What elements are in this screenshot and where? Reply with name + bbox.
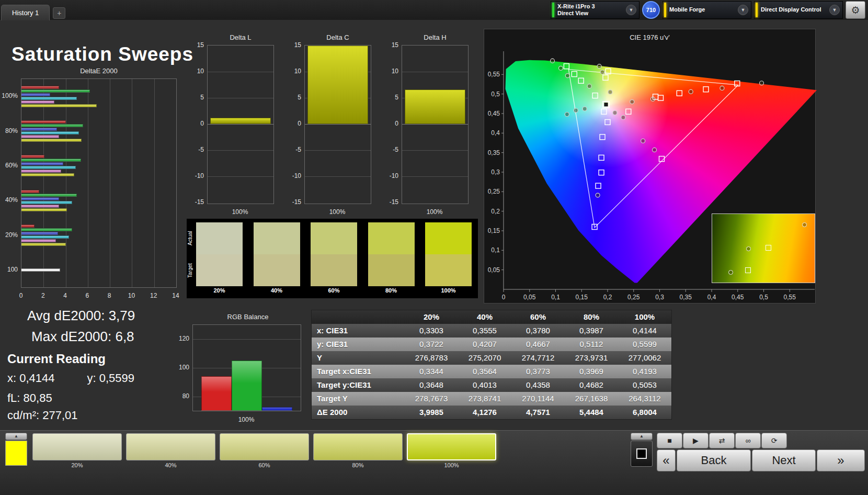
next-button[interactable]: Next	[752, 449, 816, 471]
table-cell: 0,4358	[511, 378, 565, 392]
table-cell: 0,5112	[565, 338, 618, 351]
rgb-x-label: 100%	[192, 416, 300, 423]
deltae-bar	[21, 120, 66, 123]
stop-icon: ■	[667, 436, 671, 445]
patch-swatch-button[interactable]: 20%	[32, 433, 122, 468]
history-tab[interactable]: History 1	[1, 5, 50, 20]
back-button[interactable]: Back	[677, 449, 751, 471]
patch-swatch-face	[220, 433, 309, 460]
table-cell: 278,7673	[405, 392, 458, 406]
table-row-label: Target x:CIE31	[312, 365, 405, 378]
target-swatch	[425, 254, 472, 286]
meter-name: X-Rite i1Pro 3	[557, 3, 595, 10]
deltae-bar	[21, 124, 83, 127]
group-label: 40%	[5, 196, 18, 204]
deltae-bar	[21, 104, 97, 107]
target-point	[564, 64, 569, 69]
gridline	[88, 79, 88, 287]
table-row-label: y: CIE31	[312, 338, 405, 351]
table-cell: 0,5053	[618, 378, 671, 392]
group-label: 60%	[5, 162, 18, 169]
measured-point	[574, 108, 578, 113]
chevron-down-icon[interactable]: ▼	[626, 5, 636, 15]
gridline	[110, 79, 110, 287]
meter-mode: Direct View	[557, 10, 595, 17]
target-point	[703, 87, 709, 92]
chevron-down-icon[interactable]: ▼	[738, 5, 748, 15]
table-cell: 0,3344	[405, 365, 458, 378]
refresh-button[interactable]: ⟳	[761, 433, 787, 448]
x-tick-label: 2	[41, 292, 45, 299]
display-control-selector[interactable]: Direct Display Control ▼	[754, 1, 843, 19]
measured-point	[630, 100, 634, 104]
measured-point	[689, 89, 693, 94]
y-tick-label: 15	[197, 41, 204, 49]
patch-swatch-face	[32, 433, 122, 460]
y-tick-label: 80	[182, 392, 189, 400]
table-cell: 0,4193	[618, 365, 671, 378]
measured-point	[596, 193, 600, 197]
x-tick-label: 8	[108, 292, 111, 299]
expand-left-panel-button[interactable]: ▲	[5, 433, 27, 440]
y-tick-label: -15	[292, 198, 301, 206]
meter-selector[interactable]: X-Rite i1Pro 3 Direct View ▼	[551, 1, 639, 19]
y-tick-label: -15	[195, 198, 204, 206]
add-tab-button[interactable]: +	[53, 7, 65, 19]
patch-swatch-face	[407, 433, 496, 460]
table-row: y: CIE310,37220,42070,46670,51120,5599	[312, 338, 671, 351]
settings-button[interactable]: ⚙	[846, 1, 865, 19]
patch-swatch-button[interactable]: 60%	[220, 433, 309, 468]
patch-count-badge[interactable]: 710	[642, 1, 660, 19]
deltae-bar	[21, 205, 59, 208]
table-cell: 0,5599	[618, 338, 671, 351]
patch-swatch-label: 100%	[407, 462, 496, 468]
deltae-bar	[21, 232, 58, 235]
play-button[interactable]: ▶	[683, 433, 709, 448]
deltae-bar	[21, 128, 57, 131]
meter-status-accent	[552, 3, 554, 17]
stop-button[interactable]: ■	[657, 433, 682, 448]
measure-series-button[interactable]: ⇄	[709, 433, 735, 448]
measured-point	[565, 74, 569, 78]
first-page-button[interactable]: «	[657, 449, 676, 471]
target-point	[600, 134, 605, 140]
patch-swatch-button[interactable]: 40%	[126, 433, 215, 468]
rgb-balance-title: RGB Balance	[192, 313, 303, 321]
deltae-bar	[21, 235, 69, 239]
delta-plot-area	[207, 45, 274, 204]
table-cell: 0,3564	[458, 365, 511, 378]
target-point	[677, 91, 682, 96]
delta-chart-title: Delta H	[402, 33, 469, 41]
chevron-down-icon[interactable]: ▼	[829, 5, 840, 15]
table-cell: 0,3773	[511, 365, 565, 378]
gridline	[208, 150, 273, 151]
x-tick-label: 0,1	[551, 294, 560, 301]
continuous-button[interactable]: ∞	[735, 433, 761, 448]
device-bar: X-Rite i1Pro 3 Direct View ▼ 710 Mobile …	[551, 1, 868, 19]
measured-point	[583, 107, 587, 111]
x-tick-label: 0,55	[784, 294, 796, 301]
deltae-bar	[21, 100, 54, 104]
y-tick-label: 0,15	[488, 227, 500, 234]
target-point	[596, 183, 601, 188]
measured-point	[558, 66, 563, 70]
avg-de2000-stat: Avg dE2000: 3,79	[27, 308, 135, 324]
table-cell: 0,3648	[405, 378, 458, 392]
expand-right-panel-button[interactable]: ▲	[631, 433, 653, 440]
patch-swatch-button[interactable]: 100%	[407, 433, 496, 468]
y-tick-label: -5	[198, 146, 204, 153]
patch-swatch-button[interactable]: 80%	[313, 433, 403, 468]
deltae2000-chart: DeltaE 2000 100%80%60%40%20%100 02468101…	[3, 67, 178, 300]
last-page-button[interactable]: »	[817, 449, 865, 471]
deltae-bar	[21, 194, 77, 197]
gridline	[402, 150, 468, 151]
source-selector[interactable]: Mobile Forge ▼	[663, 1, 751, 19]
table-corner-cell	[312, 310, 405, 324]
gridline	[305, 176, 371, 177]
target-swatch	[254, 254, 300, 286]
deltae-chart-title: DeltaE 2000	[21, 67, 177, 75]
y-tick-label: 0	[298, 120, 301, 127]
rgb-plot-area	[192, 324, 301, 411]
full-field-button[interactable]	[631, 441, 653, 467]
rgb-balance-chart: RGB Balance 12010080 100%	[172, 313, 303, 425]
